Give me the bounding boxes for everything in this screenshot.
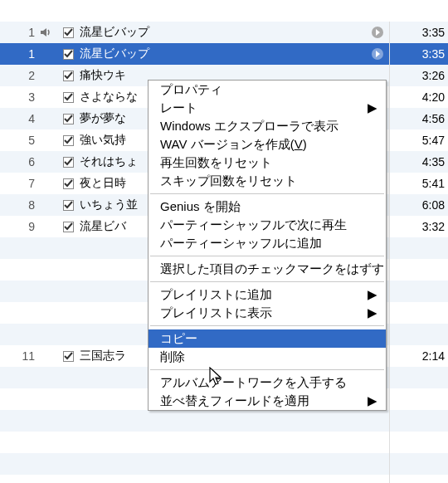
menu-delete[interactable]: 削除 [149, 348, 386, 366]
menu-separator [150, 256, 384, 256]
context-menu: プロパティ レート ▶ Windows エクスプローラで表示 WAV バージョン… [148, 80, 387, 411]
menu-sort-fields[interactable]: 並べ替えフィールドを適用 ▶ [149, 392, 386, 410]
empty-row [0, 410, 448, 432]
speaker-icon [40, 27, 51, 38]
checkbox[interactable] [63, 49, 74, 60]
arrow-right-icon[interactable] [371, 47, 384, 61]
menu-separator [150, 325, 384, 326]
checkbox[interactable] [63, 222, 74, 232]
track-name: 流星ビバップ [78, 25, 366, 40]
menu-label: プレイリストに追加 [160, 287, 368, 303]
checkbox[interactable] [63, 351, 74, 362]
track-number: 8 [0, 198, 40, 212]
menu-wav[interactable]: WAV バージョンを作成(V) [149, 135, 386, 154]
track-number: 7 [0, 177, 40, 190]
track-number: 1 [0, 26, 40, 39]
menu-label: Genius を開始 [160, 199, 376, 215]
checkbox[interactable] [63, 157, 74, 168]
checkbox[interactable] [63, 27, 74, 38]
menu-artwork[interactable]: アルバムアートワークを入手する [149, 373, 386, 392]
track-number: 6 [0, 155, 40, 168]
track-number: 3 [0, 90, 40, 104]
track-number: 4 [0, 112, 40, 125]
track-time: 5:47 [390, 134, 448, 147]
track-time: 2:14 [390, 349, 448, 363]
track-number: 1 [0, 47, 40, 61]
arrow-right-icon[interactable] [371, 26, 384, 39]
menu-properties[interactable]: プロパティ [149, 80, 386, 99]
submenu-arrow-icon: ▶ [368, 305, 376, 320]
menu-label: レート [160, 100, 368, 116]
empty-row [0, 0, 448, 22]
track-time: 4:35 [390, 155, 448, 168]
menu-uncheck[interactable]: 選択した項目のチェックマークをはずす [149, 260, 386, 278]
checkbox[interactable] [63, 71, 74, 81]
track-number: 11 [0, 349, 40, 363]
track-time: 3:35 [390, 47, 448, 61]
empty-row [0, 453, 448, 475]
track-time: 3:35 [390, 26, 448, 39]
checkbox[interactable] [63, 114, 74, 124]
checkbox[interactable] [63, 178, 74, 189]
track-number: 5 [0, 134, 40, 147]
menu-separator [150, 369, 384, 370]
submenu-arrow-icon: ▶ [368, 100, 376, 115]
track-number: 2 [0, 69, 40, 82]
submenu-arrow-icon: ▶ [368, 393, 376, 408]
menu-label: 選択した項目のチェックマークをはずす [160, 261, 384, 277]
menu-explorer[interactable]: Windows エクスプローラで表示 [149, 117, 386, 135]
menu-rate[interactable]: レート ▶ [149, 99, 386, 117]
table-row[interactable]: 1流星ビバップ3:35 [0, 43, 448, 65]
checkbox[interactable] [63, 92, 74, 103]
menu-party-next[interactable]: パーティーシャッフルで次に再生 [149, 216, 386, 234]
table-row[interactable]: 1流星ビバップ3:35 [0, 22, 448, 43]
checkbox[interactable] [63, 135, 74, 146]
track-time: 4:56 [390, 112, 448, 125]
menu-label: コピー [160, 331, 376, 347]
track-time: 3:26 [390, 69, 448, 82]
menu-label: 再生回数をリセット [160, 155, 376, 171]
menu-reset-skip[interactable]: スキップ回数をリセット [149, 172, 386, 190]
menu-label: WAV バージョンを作成(V) [160, 137, 376, 153]
menu-label: 削除 [160, 349, 376, 365]
menu-separator [150, 193, 384, 194]
menu-label: パーティーシャッフルに追加 [160, 236, 376, 251]
menu-label: プロパティ [160, 82, 376, 98]
track-list: 1流星ビバップ3:351流星ビバップ3:352痛快ウキ3:263さよならな4:2… [0, 0, 448, 483]
checkbox[interactable] [63, 200, 74, 211]
empty-row [0, 475, 448, 483]
track-number: 9 [0, 220, 40, 233]
menu-label: アルバムアートワークを入手する [160, 375, 376, 391]
track-time: 4:20 [390, 90, 448, 104]
menu-playlist-add[interactable]: プレイリストに追加 ▶ [149, 285, 386, 304]
menu-playlist-show[interactable]: プレイリストに表示 ▶ [149, 304, 386, 322]
menu-label: スキップ回数をリセット [160, 173, 376, 189]
menu-label: Windows エクスプローラで表示 [160, 119, 376, 134]
menu-genius[interactable]: Genius を開始 [149, 198, 386, 216]
menu-label: パーティーシャッフルで次に再生 [160, 217, 376, 233]
track-name: 流星ビバップ [78, 46, 366, 61]
track-time: 6:08 [390, 198, 448, 212]
menu-label: 並べ替えフィールドを適用 [160, 393, 368, 409]
empty-row [0, 432, 448, 453]
menu-label: プレイリストに表示 [160, 305, 368, 321]
menu-separator [150, 281, 384, 282]
track-time: 5:41 [390, 177, 448, 190]
menu-copy[interactable]: コピー [149, 329, 386, 348]
submenu-arrow-icon: ▶ [368, 287, 376, 302]
menu-party-add[interactable]: パーティーシャッフルに追加 [149, 234, 386, 252]
track-time: 3:32 [390, 220, 448, 233]
menu-reset-play[interactable]: 再生回数をリセット [149, 154, 386, 172]
